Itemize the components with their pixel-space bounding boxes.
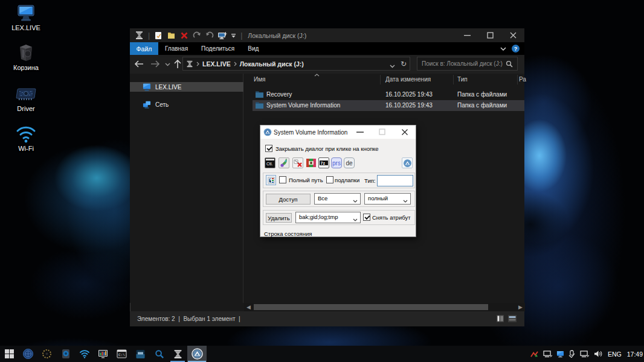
svg-text:7z: 7z xyxy=(321,161,326,165)
svg-text:C:\: C:\ xyxy=(118,353,125,357)
svg-text:Ctl.: Ctl. xyxy=(266,162,273,166)
